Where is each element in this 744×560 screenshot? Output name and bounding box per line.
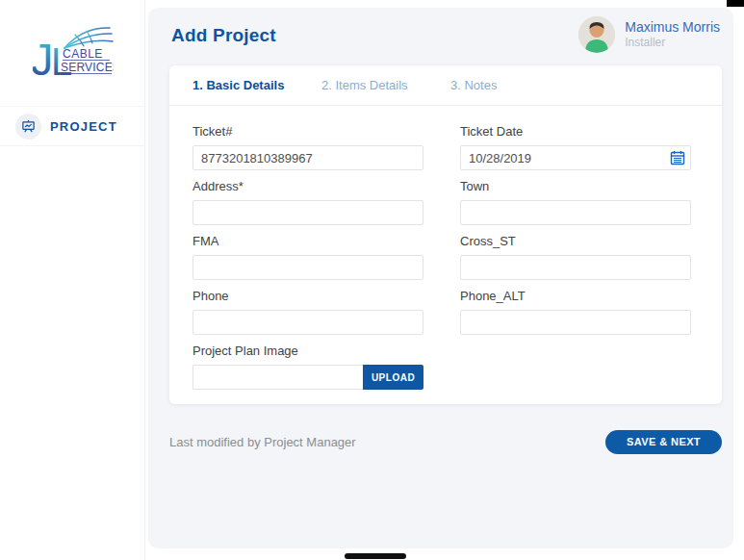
tab-basic-details[interactable]: 1. Basic Details <box>192 78 321 92</box>
field-fma: FMA <box>192 234 423 280</box>
save-next-button[interactable]: SAVE & NEXT <box>605 430 722 454</box>
phone-alt-label: Phone_ALT <box>460 289 691 303</box>
basic-details-form: Ticket# Ticket Date <box>169 106 722 390</box>
ticket-input[interactable] <box>192 145 423 170</box>
phone-input[interactable] <box>192 310 423 335</box>
fma-input[interactable] <box>192 255 423 280</box>
ticket-date-label: Ticket Date <box>460 124 691 139</box>
tab-items-details[interactable]: 2. Items Details <box>321 78 450 92</box>
presentation-board-icon <box>15 114 41 140</box>
address-input[interactable] <box>192 200 423 225</box>
logo-word-services: SERVICES <box>61 61 114 74</box>
calendar-icon[interactable] <box>670 150 685 165</box>
upload-button[interactable]: UPLOAD <box>363 365 423 390</box>
phone-alt-input[interactable] <box>460 310 691 335</box>
field-town: Town <box>460 179 691 225</box>
user-role: Installer <box>625 36 720 50</box>
tab-notes[interactable]: 3. Notes <box>450 78 579 92</box>
page-title: Add Project <box>171 25 276 46</box>
sidebar-item-label: PROJECT <box>50 119 117 134</box>
ticket-date-input[interactable] <box>460 145 691 170</box>
logo-word-cable: CABLE <box>63 47 103 61</box>
user-name: Maximus Morris <box>625 19 720 36</box>
field-address: Address* <box>192 179 423 225</box>
main-panel: Add Project Maximus Morris Installer 1. … <box>148 8 733 548</box>
project-plan-image-input[interactable] <box>192 365 363 390</box>
town-input[interactable] <box>460 200 691 225</box>
ticket-label: Ticket# <box>192 124 423 139</box>
cross-st-label: Cross_ST <box>460 234 691 248</box>
sidebar: J L CABLE SERVICES PROJECT <box>0 0 145 560</box>
window-corner-artifact-right <box>727 0 744 7</box>
user-avatar <box>578 16 615 53</box>
field-phone-alt: Phone_ALT <box>460 289 691 335</box>
phone-label: Phone <box>192 289 423 303</box>
field-ticket: Ticket# <box>192 124 423 170</box>
panel-footer: Last modified by Project Manager SAVE & … <box>169 428 722 455</box>
last-modified-text: Last modified by Project Manager <box>169 435 356 449</box>
town-label: Town <box>460 179 691 193</box>
user-menu[interactable]: Maximus Morris Installer <box>578 16 720 53</box>
cross-st-input[interactable] <box>460 255 691 280</box>
fma-label: FMA <box>192 234 423 248</box>
add-project-card: 1. Basic Details 2. Items Details 3. Not… <box>169 65 722 404</box>
field-ticket-date: Ticket Date <box>460 124 691 170</box>
field-project-plan-image: Project Plan Image UPLOAD <box>192 344 423 390</box>
address-label: Address* <box>192 179 423 193</box>
field-cross-st: Cross_ST <box>460 234 691 280</box>
project-plan-image-label: Project Plan Image <box>192 344 423 358</box>
company-logo: J L CABLE SERVICES <box>33 25 114 81</box>
home-indicator-bar <box>345 553 406 559</box>
cable-services-logo-icon: J L CABLE SERVICES <box>33 25 114 81</box>
sidebar-item-project[interactable]: PROJECT <box>0 106 145 146</box>
field-phone: Phone <box>192 289 423 335</box>
wizard-tabs: 1. Basic Details 2. Items Details 3. Not… <box>169 65 722 106</box>
